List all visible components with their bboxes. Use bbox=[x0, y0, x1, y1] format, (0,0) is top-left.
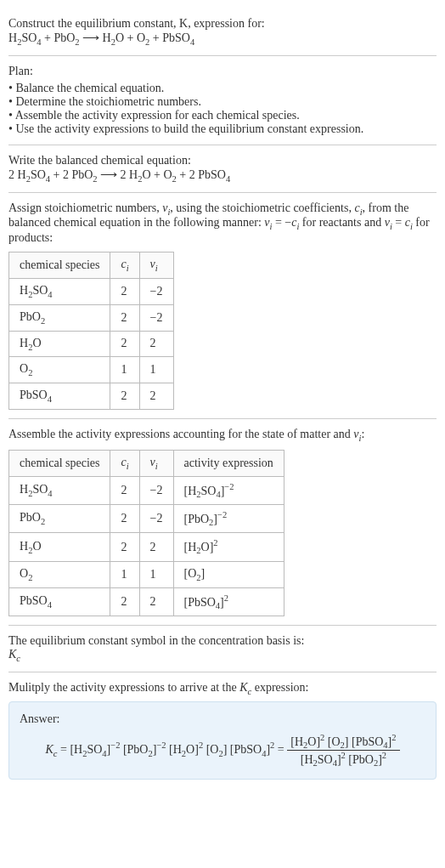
cell-vi: 1 bbox=[139, 357, 173, 383]
table-row: H2O 2 2 [H2O]2 bbox=[9, 533, 284, 561]
kc-symbol-line: The equilibrium constant symbol in the c… bbox=[8, 634, 437, 648]
cell-ci: 2 bbox=[110, 533, 139, 561]
intro-line: Construct the equilibrium constant, K, e… bbox=[8, 17, 437, 31]
kc-symbol-section: The equilibrium constant symbol in the c… bbox=[8, 626, 437, 672]
plan-section: Plan: Balance the chemical equation. Det… bbox=[8, 56, 437, 145]
stoich-intro: Assign stoichiometric numbers, νi, using… bbox=[8, 201, 437, 246]
cell-species: H2O bbox=[9, 533, 110, 561]
answer-box: Answer: Kc = [H2SO4]−2 [PbO2]−2 [H2O]2 [… bbox=[8, 701, 437, 780]
frac-numerator: [H2O]2 [O2] [PbSO4]2 bbox=[287, 733, 399, 751]
plan-item: Assemble the activity expression for eac… bbox=[8, 109, 437, 122]
cell-vi: −2 bbox=[139, 476, 173, 504]
plan-list: Balance the chemical equation. Determine… bbox=[8, 82, 437, 136]
cell-ci: 2 bbox=[110, 304, 139, 331]
answer-equation: Kc = [H2SO4]−2 [PbO2]−2 [H2O]2 [O2] [PbS… bbox=[20, 733, 425, 769]
table-header-row: chemical species ci νi bbox=[9, 252, 174, 279]
cell-ci: 2 bbox=[110, 278, 139, 304]
cell-ci: 1 bbox=[110, 561, 139, 587]
plan-heading: Plan: bbox=[8, 65, 437, 78]
table-row: O2 1 1 [O2] bbox=[9, 561, 284, 587]
col-ci: ci bbox=[110, 252, 139, 279]
cell-vi: 2 bbox=[139, 383, 173, 410]
cell-activity: [PbSO4]2 bbox=[173, 587, 284, 616]
activity-intro: Assemble the activity expressions accoun… bbox=[8, 428, 437, 443]
cell-species: O2 bbox=[9, 357, 110, 383]
cell-activity: [O2] bbox=[173, 561, 284, 587]
cell-species: O2 bbox=[9, 561, 110, 587]
col-vi: νi bbox=[139, 450, 173, 476]
plan-item: Balance the chemical equation. bbox=[8, 82, 437, 95]
intro-reaction: H2SO4 + PbO2 ⟶ H2O + O2 + PbSO4 bbox=[8, 31, 437, 47]
cell-vi: −2 bbox=[139, 278, 173, 304]
final-section: Mulitply the activity expressions to arr… bbox=[8, 672, 437, 788]
col-vi: νi bbox=[139, 252, 173, 279]
final-heading: Mulitply the activity expressions to arr… bbox=[8, 681, 437, 696]
plan-item: Use the activity expressions to build th… bbox=[8, 122, 437, 136]
cell-vi: 2 bbox=[139, 587, 173, 616]
table-header-row: chemical species ci νi activity expressi… bbox=[9, 450, 284, 476]
cell-species: PbO2 bbox=[9, 304, 110, 331]
answer-fraction: [H2O]2 [O2] [PbSO4]2 [H2SO4]2 [PbO2]2 bbox=[287, 733, 399, 769]
kc-symbol: Kc bbox=[8, 648, 437, 663]
cell-vi: −2 bbox=[139, 304, 173, 331]
frac-denominator: [H2SO4]2 [PbO2]2 bbox=[287, 751, 399, 768]
stoich-table: chemical species ci νi H2SO4 2 −2 PbO2 2… bbox=[8, 252, 174, 410]
cell-vi: 1 bbox=[139, 561, 173, 587]
balanced-reaction: 2 H2SO4 + 2 PbO2 ⟶ 2 H2O + O2 + 2 PbSO4 bbox=[8, 167, 437, 184]
cell-species: PbSO4 bbox=[9, 587, 110, 616]
cell-ci: 2 bbox=[110, 383, 139, 410]
cell-ci: 2 bbox=[110, 587, 139, 616]
cell-vi: 2 bbox=[139, 533, 173, 561]
col-ci: ci bbox=[110, 450, 139, 476]
table-row: O2 1 1 bbox=[9, 357, 174, 383]
cell-activity: [PbO2]−2 bbox=[173, 505, 284, 533]
activity-section: Assemble the activity expressions accoun… bbox=[8, 419, 437, 626]
stoich-section: Assign stoichiometric numbers, νi, using… bbox=[8, 193, 437, 419]
cell-species: H2SO4 bbox=[9, 278, 110, 304]
col-species: chemical species bbox=[9, 450, 110, 476]
answer-lhs: Kc = [H2SO4]−2 [PbO2]−2 [H2O]2 [O2] [PbS… bbox=[45, 743, 287, 756]
balanced-section: Write the balanced chemical equation: 2 … bbox=[8, 145, 437, 193]
cell-ci: 2 bbox=[110, 331, 139, 357]
table-row: H2SO4 2 −2 bbox=[9, 278, 174, 304]
activity-table: chemical species ci νi activity expressi… bbox=[8, 450, 284, 616]
table-row: PbO2 2 −2 bbox=[9, 304, 174, 331]
balanced-heading: Write the balanced chemical equation: bbox=[8, 154, 437, 167]
cell-vi: −2 bbox=[139, 505, 173, 533]
intro-section: Construct the equilibrium constant, K, e… bbox=[8, 9, 437, 56]
cell-activity: [H2SO4]−2 bbox=[173, 476, 284, 504]
cell-species: H2O bbox=[9, 331, 110, 357]
col-activity: activity expression bbox=[173, 450, 284, 476]
cell-species: H2SO4 bbox=[9, 476, 110, 504]
table-row: PbSO4 2 2 [PbSO4]2 bbox=[9, 587, 284, 616]
table-row: PbO2 2 −2 [PbO2]−2 bbox=[9, 505, 284, 533]
table-row: H2O 2 2 bbox=[9, 331, 174, 357]
cell-activity: [H2O]2 bbox=[173, 533, 284, 561]
table-row: H2SO4 2 −2 [H2SO4]−2 bbox=[9, 476, 284, 504]
cell-species: PbO2 bbox=[9, 505, 110, 533]
answer-label: Answer: bbox=[20, 712, 425, 726]
cell-ci: 2 bbox=[110, 505, 139, 533]
table-row: PbSO4 2 2 bbox=[9, 383, 174, 410]
col-species: chemical species bbox=[9, 252, 110, 279]
plan-item: Determine the stoichiometric numbers. bbox=[8, 95, 437, 109]
cell-ci: 1 bbox=[110, 357, 139, 383]
cell-species: PbSO4 bbox=[9, 383, 110, 410]
cell-ci: 2 bbox=[110, 476, 139, 504]
cell-vi: 2 bbox=[139, 331, 173, 357]
